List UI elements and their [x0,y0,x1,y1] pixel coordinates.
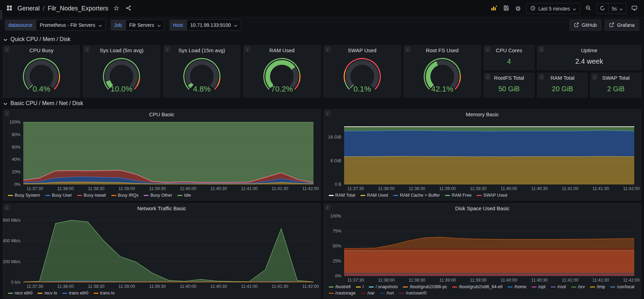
legend-item-tmp[interactable]: /tmp [590,284,605,290]
variable-selected-value: 10.71.99.133:9100 [190,22,231,28]
memory-basic-canvas[interactable]: 0 B8 GiB16 GiB11:37:3011:38:0011:38:3011… [324,119,641,192]
refresh-button[interactable] [597,3,608,14]
panel-info-icon[interactable]: i [485,47,490,52]
sys-load-15m-avg-title[interactable]: Sys Load (15m avg) [164,46,240,55]
time-range-label: Last 5 minutes [538,6,570,11]
legend-item-busy-irqs[interactable]: Busy IRQs [111,192,139,198]
legend-item-trans-lo[interactable]: trans lo [94,290,114,296]
variable-value-dropdown[interactable]: Filr Servers [125,19,165,31]
rootfs-total-title[interactable]: RootFS Total [484,73,534,83]
save-dashboard-button[interactable] [502,4,510,13]
cpu-basic-title[interactable]: CPU Basic [3,110,320,119]
legend-item-root[interactable]: /root [551,284,566,290]
apps-menu-button[interactable] [6,4,13,13]
svg-text:11:38:00: 11:38:00 [378,186,395,191]
legend-item-recv-eth0[interactable]: recv eth0 [8,290,32,296]
svg-text:11:40:00: 11:40:00 [500,278,517,283]
dashboard-link-github[interactable]: GitHub [570,19,602,31]
panel-info-icon[interactable]: i [405,47,410,52]
legend-item-ram-cache-buffer[interactable]: RAM Cache + Buffer [393,192,440,198]
row-header-basic[interactable]: Basic CPU / Mem / Net / Disk [3,97,641,109]
svg-text:11:40:00: 11:40:00 [180,186,197,191]
memory-basic-title[interactable]: Memory Basic [324,110,641,119]
legend-item-vastorage[interactable]: /vastorage [329,290,356,296]
cpu-cores-title[interactable]: CPU Cores [484,46,534,55]
legend-item-boot-grub2-i386-pc[interactable]: /boot/grub2/i386-pc [403,284,447,290]
legend-item-boot-efi[interactable]: /boot/efi [329,284,351,290]
variable-value-dropdown[interactable]: Prometheus - Filr Servers [36,19,105,31]
legend-item-recv-lo[interactable]: recv lo [38,290,57,296]
add-panel-button[interactable] [490,4,498,13]
row-header-quick[interactable]: Quick CPU / Mem / Disk [3,33,641,45]
disk-space-used-basic-title[interactable]: Disk Space Used Basic [324,204,641,213]
legend-item-opt[interactable]: /opt [532,284,546,290]
panel-info-icon[interactable]: i [325,47,330,52]
legend-item-busy-other[interactable]: Busy Other [144,192,172,198]
swap-total-title[interactable]: SWAP Total [591,73,641,83]
disk-space-used-basic-canvas[interactable]: 0%25%50%75%100%11:37:3011:38:0011:38:301… [324,213,641,284]
legend-item-idle[interactable]: Idle [177,192,191,198]
star-dashboard-button[interactable] [112,4,120,13]
cpu-busy-title[interactable]: CPU Busy [3,46,80,55]
panel-info-icon[interactable]: i [592,74,597,79]
legend-item-run[interactable]: /run [380,290,394,296]
legend-item-run-user-0[interactable]: /run/user/0 [399,290,427,296]
variable-job[interactable]: JobFilr Servers [111,19,165,31]
swap-used-title[interactable]: SWAP Used [324,46,400,55]
root-fs-used-title[interactable]: Root FS Used [404,46,480,55]
legend-item-var[interactable]: /var [361,290,375,296]
sys-load-5m-avg-title[interactable]: Sys Load (5m avg) [83,46,160,55]
breadcrumb-folder[interactable]: General [17,5,40,12]
panel-info-icon[interactable]: i [5,47,9,52]
legend-item-boot-grub2-x86-64-efi[interactable]: /boot/grub2/x86_64-efi [452,284,502,290]
cpu-basic-canvas[interactable]: 0%20%40%60%80%100%11:37:3011:38:0011:38:… [3,119,320,192]
breadcrumb-dashboard-title[interactable]: Filr_Nodes_Exporters [48,5,108,12]
variable-host[interactable]: Host10.71.99.133:9100 [169,19,241,31]
dashboard-settings-button[interactable]: ⚙ [514,5,522,13]
uptime-panel: iUptime2.4 week [537,45,641,70]
panel-info-icon[interactable]: i [85,47,89,52]
panel-info-icon[interactable]: i [325,111,330,116]
legend-item-swap-used[interactable]: SWAP Used [477,192,507,198]
variable-label: Host [169,19,186,31]
legend-item-ram-used[interactable]: RAM Used [360,192,388,198]
zoom-out-button[interactable] [585,4,592,13]
uptime-title[interactable]: Uptime [538,46,641,55]
sidebar-toggle-handle[interactable] [0,10,2,20]
navbar: General / Filr_Nodes_Exporters ⚙ [0,0,644,17]
variable-datasource[interactable]: datasourcePrometheus - Filr Servers [5,19,106,31]
legend-item-busy-iowait[interactable]: Busy Iowait [77,192,106,198]
share-icon [126,5,131,12]
variable-value-dropdown[interactable]: 10.71.99.133:9100 [186,19,241,31]
legend-item-snapshots[interactable]: /.snapshots [369,284,398,290]
time-range-picker[interactable]: Last 5 minutes [526,3,580,14]
legend-item-srv[interactable]: /srv [571,284,585,290]
legend-item-ram-free[interactable]: RAM Free [445,192,471,198]
panel-info-icon[interactable]: i [539,47,544,52]
legend-item-busy-user[interactable]: Busy User [45,192,72,198]
svg-text:0 B: 0 B [335,182,341,187]
legend-item-usr-local[interactable]: /usr/local [610,284,634,290]
ram-used-title[interactable]: RAM Used [244,46,320,55]
legend-item-item[interactable]: / [356,284,364,290]
panel-info-icon[interactable]: i [485,74,490,79]
panel-info-icon[interactable]: i [539,74,544,79]
legend-item-ram-total[interactable]: RAM Total [329,192,355,198]
legend-item-trans-eth0[interactable]: trans eth0 [62,290,88,296]
root-fs-used-panel: iRoot FS Used42.1% [404,45,481,97]
legend-item-busy-system[interactable]: Busy System [8,192,40,198]
panel-info-icon[interactable]: i [245,47,250,52]
ram-total-title[interactable]: RAM Total [538,73,588,83]
panel-info-icon[interactable]: i [165,47,170,52]
panel-info-icon[interactable]: i [5,205,9,210]
legend-item-home[interactable]: /home [508,284,526,290]
refresh-interval-picker[interactable]: 5s [608,3,626,14]
panel-info-icon[interactable]: i [325,205,330,210]
network-traffic-basic-canvas[interactable]: 0 b/s200 Mb/s400 Mb/s600 Mb/s11:37:3011:… [3,213,320,290]
panel-info-icon[interactable]: i [5,111,9,116]
share-dashboard-button[interactable] [125,4,132,13]
svg-text:11:41:30: 11:41:30 [272,284,288,289]
network-traffic-basic-title[interactable]: Network Traffic Basic [3,204,320,213]
tv-mode-button[interactable] [630,5,638,13]
dashboard-link-grafana[interactable]: Grafana [605,19,639,31]
